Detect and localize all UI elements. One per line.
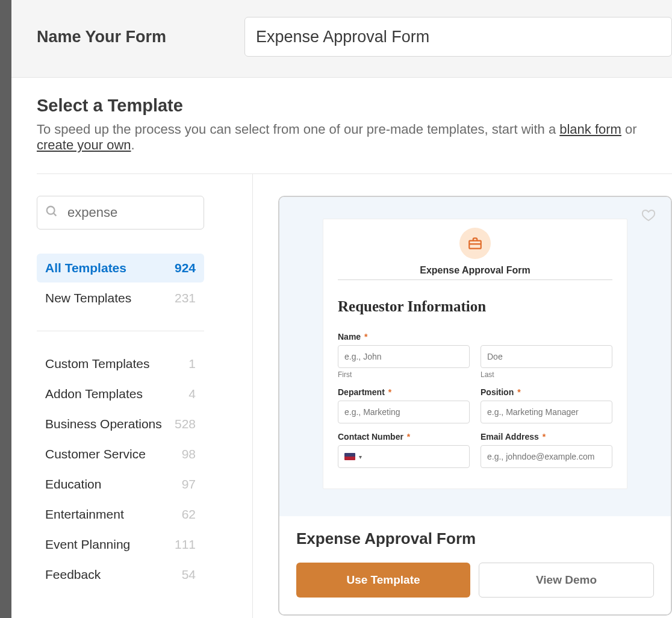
caret-down-icon: ▾ xyxy=(359,454,362,460)
category-label: All Templates xyxy=(45,261,126,275)
category-count: 231 xyxy=(175,291,196,305)
view-demo-button[interactable]: View Demo xyxy=(479,563,654,598)
preview-position-label: Position * xyxy=(481,387,612,397)
name-your-form-section: Name Your Form xyxy=(11,0,672,78)
create-your-own-link[interactable]: create your own xyxy=(37,137,131,152)
form-setup-panel: Name Your Form Select a Template To spee… xyxy=(11,0,672,618)
category-count: 62 xyxy=(182,507,196,522)
category-count: 528 xyxy=(175,417,196,431)
form-name-input[interactable] xyxy=(244,17,672,57)
preview-department-input xyxy=(338,401,470,423)
category-divider xyxy=(37,331,204,331)
category-customer-service[interactable]: Customer Service 98 xyxy=(37,440,204,469)
category-all-templates[interactable]: All Templates 924 xyxy=(37,254,204,282)
category-label: Customer Service xyxy=(45,447,146,461)
search-icon xyxy=(45,205,58,220)
subtext-suffix: . xyxy=(131,137,135,152)
select-template-heading: Select a Template xyxy=(37,96,672,116)
category-new-templates[interactable]: New Templates 231 xyxy=(37,284,204,313)
category-count: 924 xyxy=(175,261,196,275)
category-entertainment[interactable]: Entertainment 62 xyxy=(37,500,204,529)
form-preview-document: Expense Approval Form Requestor Informat… xyxy=(323,219,627,489)
preview-email-input xyxy=(481,445,612,468)
preview-form-title: Expense Approval Form xyxy=(338,265,612,276)
category-count: 111 xyxy=(175,537,196,552)
category-count: 1 xyxy=(188,357,196,371)
briefcase-icon xyxy=(459,228,491,259)
preview-last-name-input xyxy=(481,345,612,368)
modal-backdrop xyxy=(0,0,11,618)
favorite-icon[interactable] xyxy=(641,208,656,225)
preview-first-sublabel: First xyxy=(338,370,470,379)
name-your-form-label: Name Your Form xyxy=(37,28,166,46)
template-preview: Expense Approval Form Requestor Informat… xyxy=(279,197,671,516)
subtext-prefix: To speed up the process you can select f… xyxy=(37,122,559,137)
select-template-section: Select a Template To speed up the proces… xyxy=(11,78,672,618)
template-search-input[interactable] xyxy=(37,196,204,229)
preview-last-sublabel: Last xyxy=(481,370,612,379)
preview-name-label: Name * xyxy=(338,332,612,342)
category-label: Addon Templates xyxy=(45,387,143,401)
category-label: Education xyxy=(45,477,101,492)
preview-contact-label: Contact Number * xyxy=(338,432,470,442)
category-label: Entertainment xyxy=(45,507,124,522)
category-event-planning[interactable]: Event Planning 111 xyxy=(37,530,204,559)
use-template-button[interactable]: Use Template xyxy=(296,563,470,598)
template-card-footer: Expense Approval Form Use Template View … xyxy=(279,516,671,614)
category-label: Business Operations xyxy=(45,417,162,431)
category-addon-templates[interactable]: Addon Templates 4 xyxy=(37,379,204,408)
select-template-subtext: To speed up the process you can select f… xyxy=(37,122,672,153)
template-card: Expense Approval Form Requestor Informat… xyxy=(278,196,672,616)
template-card-title: Expense Approval Form xyxy=(296,529,654,548)
preview-department-label: Department * xyxy=(338,387,470,397)
preview-section-heading: Requestor Information xyxy=(338,298,612,315)
category-custom-templates[interactable]: Custom Templates 1 xyxy=(37,349,204,378)
category-count: 54 xyxy=(182,567,196,582)
category-label: Feedback xyxy=(45,567,101,582)
category-business-operations[interactable]: Business Operations 528 xyxy=(37,410,204,439)
category-label: Event Planning xyxy=(45,537,130,552)
preview-contact-input: ▾ xyxy=(338,445,470,468)
category-count: 98 xyxy=(182,447,196,461)
svg-line-1 xyxy=(54,213,57,216)
preview-position-input xyxy=(481,401,612,423)
svg-point-0 xyxy=(47,207,55,214)
subtext-middle: or xyxy=(621,122,637,137)
template-results: Expense Approval Form Requestor Informat… xyxy=(252,174,672,618)
category-feedback[interactable]: Feedback 54 xyxy=(37,560,204,589)
category-education[interactable]: Education 97 xyxy=(37,470,204,499)
category-label: Custom Templates xyxy=(45,357,150,371)
preview-first-name-input xyxy=(338,345,470,368)
category-count: 4 xyxy=(188,387,196,401)
category-label: New Templates xyxy=(45,291,131,305)
preview-email-label: Email Address * xyxy=(481,432,612,442)
template-sidebar: All Templates 924 New Templates 231 Cust… xyxy=(37,174,252,618)
blank-form-link[interactable]: blank form xyxy=(559,122,621,137)
us-flag-icon xyxy=(344,453,355,460)
category-count: 97 xyxy=(182,477,196,492)
